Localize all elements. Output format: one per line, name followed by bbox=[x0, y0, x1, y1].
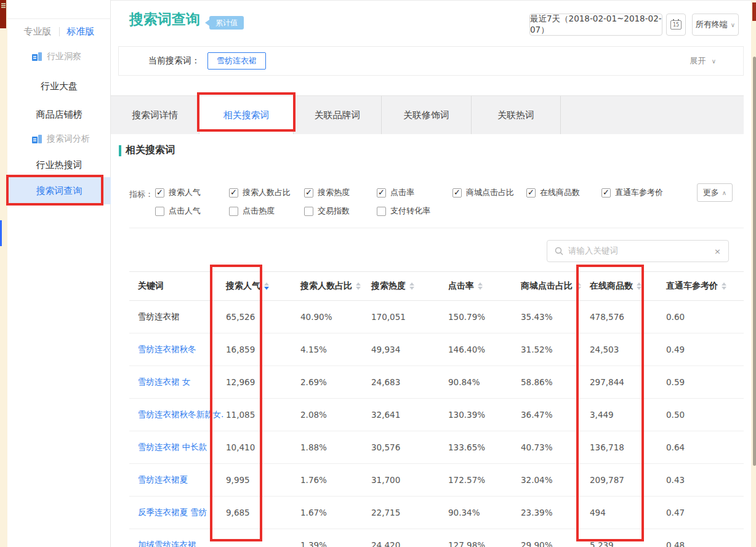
keyword-link[interactable]: 雪纺连衣裙秋冬 bbox=[138, 344, 196, 354]
sort-arrows-icon[interactable] bbox=[637, 282, 641, 290]
table-row: 雪纺连衣裙秋冬新款女... 11,085 2.08% 32,641 130.39… bbox=[129, 399, 744, 431]
tab-search-term-detail[interactable]: 搜索词详情 bbox=[111, 96, 199, 134]
section-title: 相关搜索词 bbox=[126, 144, 175, 157]
keyword-search-input[interactable]: 请输入关键词 × bbox=[547, 240, 729, 262]
keyword-link[interactable]: 反季连衣裙夏 雪纺 bbox=[138, 507, 207, 517]
metric-checkbox-payment-conversion[interactable]: 支付转化率 bbox=[377, 206, 430, 217]
tab-related-brand-terms[interactable]: 关联品牌词 bbox=[294, 96, 382, 134]
checkbox-unchecked-icon[interactable] bbox=[304, 207, 313, 216]
version-tab-standard[interactable]: 标准版 bbox=[67, 26, 95, 38]
cell-mall-click-ratio: 36.47% bbox=[519, 410, 588, 420]
metric-checkbox-click-rate[interactable]: ✓ 点击率 bbox=[377, 187, 414, 198]
cell-ztc-reference-price: 0.60 bbox=[664, 312, 744, 322]
column-header-search-heat[interactable]: 搜索热度 bbox=[369, 281, 446, 292]
cell-online-products: 478,576 bbox=[588, 312, 664, 322]
checkbox-unchecked-icon[interactable] bbox=[155, 207, 164, 216]
checkbox-checked-icon[interactable]: ✓ bbox=[377, 188, 386, 198]
checkbox-checked-icon[interactable]: ✓ bbox=[304, 188, 313, 198]
cell-online-products: 494 bbox=[588, 508, 664, 517]
cell-mall-click-ratio: 35.43% bbox=[519, 312, 588, 322]
metric-checkbox-mall-click-ratio[interactable]: ✓ 商城点击占比 bbox=[452, 187, 514, 198]
industry-insight-icon bbox=[32, 52, 42, 61]
tab-bar-filler bbox=[561, 96, 744, 134]
column-header-online-products[interactable]: 在线商品数 bbox=[588, 281, 664, 292]
table-row: 雪纺连衣裙 中长款 10,410 1.88% 30,576 133.65% 40… bbox=[129, 431, 744, 464]
metric-checkbox-search-popularity[interactable]: ✓ 搜索人气 bbox=[155, 187, 201, 198]
metric-checkbox-trade-index[interactable]: 交易指数 bbox=[304, 206, 350, 217]
current-term-chip[interactable]: 雪纺连衣裙 bbox=[207, 52, 266, 70]
table-header-row: 关键词 搜索人气 搜索人数占比 搜索热度 点击率 商城点击占比 bbox=[129, 271, 744, 301]
top-divider bbox=[0, 0, 756, 1]
metric-checkbox-click-popularity[interactable]: 点击人气 bbox=[155, 206, 201, 217]
metrics-divider bbox=[129, 228, 744, 228]
page-title: 搜索词查询 bbox=[129, 10, 200, 29]
cell-search-popularity: 12,969 bbox=[224, 377, 299, 387]
current-search-term-panel: 当前搜索词： 雪纺连衣裙 展开 ∨ bbox=[118, 46, 744, 76]
column-header-mall-click-ratio[interactable]: 商城点击占比 bbox=[519, 281, 588, 292]
more-button[interactable]: 更多 ∧ bbox=[697, 183, 733, 202]
metric-checkbox-search-heat[interactable]: ✓ 搜索热度 bbox=[304, 187, 350, 198]
date-range-picker[interactable]: 最近7天（2018-02-01~2018-02-07） bbox=[529, 14, 662, 36]
sort-arrows-icon[interactable] bbox=[409, 282, 414, 290]
sidebar-item-search-term-query[interactable]: 搜索词查询 bbox=[7, 177, 111, 204]
checkbox-checked-icon[interactable]: ✓ bbox=[526, 188, 536, 198]
clear-icon[interactable]: × bbox=[714, 247, 721, 256]
cell-click-rate: 90.84% bbox=[446, 377, 519, 387]
sort-arrows-icon[interactable] bbox=[722, 282, 726, 290]
tab-related-hot-terms[interactable]: 关联热词 bbox=[472, 96, 561, 134]
left-blue-indicator bbox=[0, 220, 2, 246]
sidebar-item-product-shop-rank[interactable]: 商品店铺榜 bbox=[7, 109, 111, 121]
checkbox-checked-icon[interactable]: ✓ bbox=[452, 188, 462, 198]
checkbox-checked-icon[interactable]: ✓ bbox=[229, 188, 238, 198]
sidebar-group-industry-insight[interactable]: 行业洞察 bbox=[32, 51, 81, 62]
terminal-select[interactable]: 所有终端 ∨ bbox=[692, 14, 739, 36]
keyword-link[interactable]: 加绒雪纺连衣裙 bbox=[138, 540, 196, 547]
tab-related-search-terms[interactable]: 相关搜索词 bbox=[199, 96, 294, 134]
hamburger-menu-icon[interactable] bbox=[1, 3, 6, 4]
metric-checkbox-click-heat[interactable]: 点击热度 bbox=[229, 206, 275, 217]
cell-search-heat: 24,420 bbox=[369, 540, 446, 547]
sort-arrows-icon[interactable] bbox=[356, 282, 361, 290]
column-header-click-rate[interactable]: 点击率 bbox=[446, 281, 519, 292]
app-root: 专业版 标准版 行业洞察 行业大盘 商品店铺榜 搜索词分析 行业热搜词 搜索词查… bbox=[0, 0, 756, 547]
checkbox-checked-icon[interactable]: ✓ bbox=[155, 188, 164, 198]
column-header-search-popularity[interactable]: 搜索人气 bbox=[224, 281, 299, 292]
tab-related-modifier-terms[interactable]: 关联修饰词 bbox=[382, 96, 472, 134]
cell-mall-click-ratio: 31.52% bbox=[519, 345, 588, 354]
tab-bar: 搜索词详情 相关搜索词 关联品牌词 关联修饰词 关联热词 bbox=[111, 95, 744, 134]
calendar-button[interactable]: 15 bbox=[666, 14, 686, 36]
metric-checkbox-online-products[interactable]: ✓ 在线商品数 bbox=[526, 187, 580, 198]
checkbox-checked-icon[interactable]: ✓ bbox=[601, 188, 611, 198]
cell-searcher-ratio: 1.88% bbox=[299, 442, 369, 452]
cell-search-popularity: 11,085 bbox=[224, 410, 299, 420]
cumulative-value-badge: 累计值 bbox=[209, 16, 244, 30]
keyword-link[interactable]: 雪纺连衣裙夏 bbox=[138, 474, 188, 484]
keyword-link[interactable]: 雪纺连衣裙秋冬新款女... bbox=[138, 409, 224, 419]
sort-arrows-icon[interactable] bbox=[576, 282, 581, 290]
cell-online-products: 297,844 bbox=[588, 377, 664, 387]
version-tab-pro[interactable]: 专业版 bbox=[24, 26, 52, 38]
cell-search-heat: 32,641 bbox=[369, 410, 446, 420]
sidebar-item-industry-market[interactable]: 行业大盘 bbox=[7, 81, 111, 92]
sort-arrows-icon[interactable] bbox=[478, 282, 483, 290]
cell-mall-click-ratio: 32.04% bbox=[519, 475, 588, 485]
sidebar-item-industry-hot-search[interactable]: 行业热搜词 bbox=[7, 159, 111, 171]
cell-click-rate: 150.79% bbox=[446, 312, 519, 322]
keyword-link[interactable]: 雪纺连衣裙 女 bbox=[138, 377, 190, 386]
column-header-searcher-ratio[interactable]: 搜索人数占比 bbox=[299, 281, 369, 292]
column-header-ztc-reference-price[interactable]: 直通车参考价 bbox=[664, 281, 744, 292]
sidebar-group-search-analysis[interactable]: 搜索词分析 bbox=[32, 134, 90, 145]
vertical-scrollbar[interactable] bbox=[753, 57, 756, 466]
keyword-link[interactable]: 雪纺连衣裙 中长款 bbox=[138, 442, 207, 452]
metric-checkbox-searcher-ratio[interactable]: ✓ 搜索人数占比 bbox=[229, 187, 291, 198]
section-accent-bar bbox=[119, 145, 121, 156]
cell-searcher-ratio: 40.90% bbox=[299, 312, 369, 322]
metric-checkbox-ztc-reference-price[interactable]: ✓ 直通车参考价 bbox=[601, 187, 663, 198]
sort-arrows-icon[interactable] bbox=[264, 282, 269, 290]
cell-search-heat: 170,051 bbox=[369, 312, 446, 322]
checkbox-unchecked-icon[interactable] bbox=[229, 207, 238, 216]
cell-ztc-reference-price: 0.49 bbox=[664, 345, 744, 354]
cell-online-products: 209,787 bbox=[588, 475, 664, 485]
expand-link[interactable]: 展开 ∨ bbox=[690, 55, 716, 66]
checkbox-unchecked-icon[interactable] bbox=[377, 207, 386, 216]
